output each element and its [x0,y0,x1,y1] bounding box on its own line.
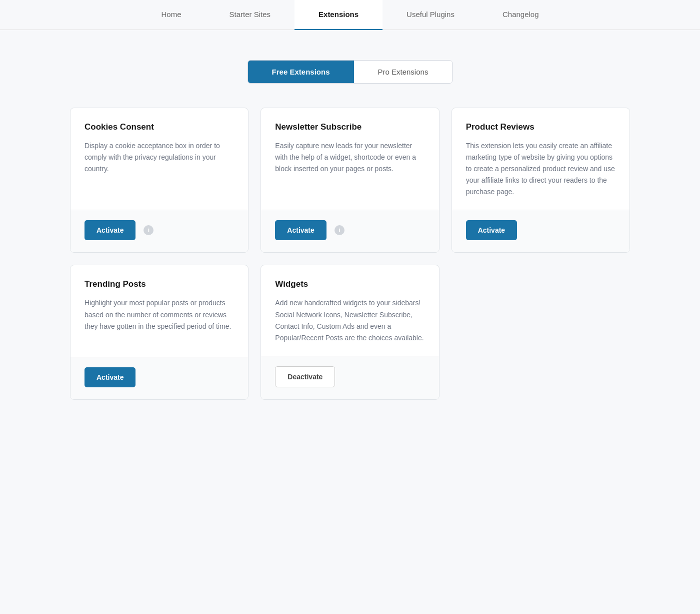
extension-card-trending-posts: Trending Posts Highlight your most popul… [70,265,248,399]
card-body-widgets: Widgets Add new handcrafted widgets to y… [261,265,438,355]
extension-card-widgets: Widgets Add new handcrafted widgets to y… [260,265,439,399]
card-footer-trending-posts: Activate [70,357,248,399]
card-title-newsletter-subscribe: Newsletter Subscribe [275,122,424,132]
card-body-newsletter-subscribe: Newsletter Subscribe Easily capture new … [261,108,438,210]
card-footer-widgets: Deactivate [261,356,438,399]
activate-button-product-reviews[interactable]: Activate [466,220,517,240]
tab-toggle-container: Free Extensions Pro Extensions [70,60,630,84]
main-content: Free Extensions Pro Extensions Cookies C… [60,30,640,420]
nav-tab-starter-sites[interactable]: Starter Sites [206,0,295,30]
free-extensions-tab[interactable]: Free Extensions [248,61,354,83]
card-footer-product-reviews: Activate [452,210,630,252]
navigation: Home Starter Sites Extensions Useful Plu… [0,0,700,30]
extension-card-cookies-consent: Cookies Consent Display a cookie accepta… [70,108,248,253]
card-body-trending-posts: Trending Posts Highlight your most popul… [70,265,248,356]
nav-tabs: Home Starter Sites Extensions Useful Plu… [137,0,562,30]
card-title-trending-posts: Trending Posts [84,279,234,289]
nav-tab-changelog[interactable]: Changelog [478,0,563,30]
nav-tab-useful-plugins[interactable]: Useful Plugins [382,0,478,30]
nav-tab-home[interactable]: Home [137,0,205,30]
activate-button-trending-posts[interactable]: Activate [84,367,136,387]
info-icon-newsletter-subscribe[interactable]: i [334,225,344,235]
card-footer-newsletter-subscribe: Activate i [261,210,438,252]
activate-button-newsletter-subscribe[interactable]: Activate [275,220,326,240]
card-body-cookies-consent: Cookies Consent Display a cookie accepta… [70,108,248,210]
card-description-product-reviews: This extension lets you easily create an… [466,140,616,198]
card-title-product-reviews: Product Reviews [466,122,616,132]
card-title-widgets: Widgets [275,279,424,289]
pro-extensions-tab[interactable]: Pro Extensions [354,61,452,83]
deactivate-button-widgets[interactable]: Deactivate [275,366,335,387]
extension-card-product-reviews: Product Reviews This extension lets you … [452,108,630,253]
card-title-cookies-consent: Cookies Consent [84,122,234,132]
extensions-grid-row2: Trending Posts Highlight your most popul… [70,265,630,399]
card-description-cookies-consent: Display a cookie acceptance box in order… [84,140,234,175]
extensions-grid-row1: Cookies Consent Display a cookie accepta… [70,108,630,253]
card-footer-cookies-consent: Activate i [70,210,248,252]
card-description-trending-posts: Highlight your most popular posts or pro… [84,297,234,332]
info-icon-cookies-consent[interactable]: i [144,225,154,235]
card-description-newsletter-subscribe: Easily capture new leads for your newsle… [275,140,424,175]
card-description-widgets: Add new handcrafted widgets to your side… [275,297,424,343]
tab-toggle-group: Free Extensions Pro Extensions [248,60,453,84]
nav-tab-extensions[interactable]: Extensions [294,0,382,30]
card-body-product-reviews: Product Reviews This extension lets you … [452,108,630,210]
activate-button-cookies-consent[interactable]: Activate [84,220,136,240]
extension-card-newsletter-subscribe: Newsletter Subscribe Easily capture new … [260,108,439,253]
